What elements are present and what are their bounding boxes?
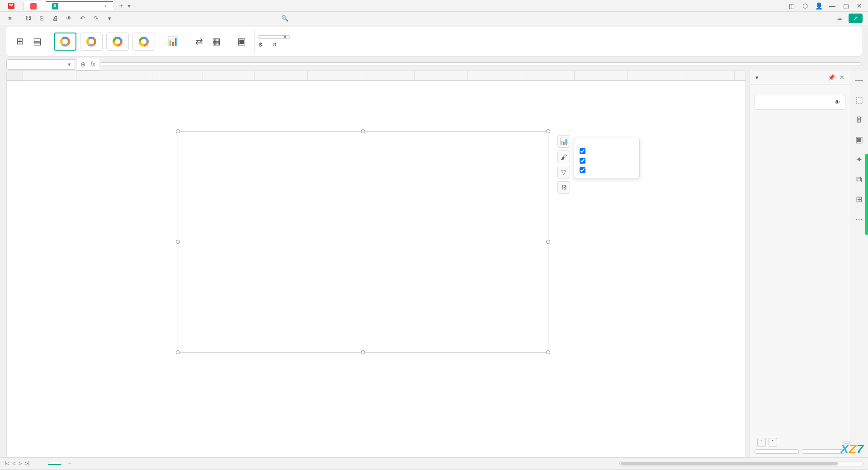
- hamburger-icon[interactable]: ≡: [5, 15, 14, 22]
- pin-icon[interactable]: 📌: [828, 74, 835, 81]
- col-header-G[interactable]: [361, 71, 415, 80]
- sheet-next-btn[interactable]: >: [19, 460, 22, 467]
- close-pane-icon[interactable]: ✕: [840, 74, 844, 81]
- sheet-prev-btn[interactable]: <: [12, 460, 16, 467]
- ring-icon: [86, 37, 96, 47]
- chart-style-btn[interactable]: 🖌: [557, 150, 570, 163]
- app-tab[interactable]: [2, 2, 24, 10]
- col-header-D[interactable]: [203, 71, 255, 80]
- name-box[interactable]: [6, 59, 75, 70]
- resize-handle[interactable]: [546, 240, 550, 244]
- sheet-tab-sheet1[interactable]: [48, 462, 61, 465]
- col-header-I[interactable]: [468, 71, 521, 80]
- rail-layers-icon[interactable]: ▣: [854, 135, 864, 145]
- select-data-button[interactable]: ▦: [208, 36, 225, 47]
- find-template-tab[interactable]: [24, 1, 46, 10]
- rail-more-icon[interactable]: ⋯: [854, 214, 864, 224]
- col-header-E[interactable]: [255, 71, 308, 80]
- close-btn[interactable]: ✕: [855, 2, 863, 9]
- move-chart-button[interactable]: ▣: [233, 36, 250, 47]
- resize-handle[interactable]: [546, 129, 550, 133]
- resize-handle[interactable]: [176, 129, 180, 133]
- cube-icon[interactable]: ⬡: [801, 2, 809, 9]
- add-sheet-btn[interactable]: ＋: [67, 460, 73, 468]
- style-thumb-4[interactable]: [132, 33, 155, 51]
- sheet-tab-sheet2[interactable]: [33, 462, 45, 465]
- change-type-button[interactable]: 📊: [163, 36, 183, 47]
- add-element-icon: ⊞: [16, 36, 24, 47]
- stack-down-btn[interactable]: ˅: [769, 438, 777, 446]
- share-button[interactable]: ↗: [849, 14, 863, 23]
- chart-settings-btn[interactable]: ⚙: [557, 181, 570, 194]
- col-header-F[interactable]: [308, 71, 361, 80]
- sheet-first-btn[interactable]: I<: [5, 460, 9, 467]
- fx-icon[interactable]: fx: [90, 61, 95, 68]
- col-header-K[interactable]: [575, 71, 628, 80]
- save-icon[interactable]: 🖫: [24, 15, 33, 22]
- resize-handle[interactable]: [361, 129, 365, 133]
- pane-subtitle: [750, 85, 850, 92]
- col-header-M[interactable]: [681, 71, 735, 80]
- col-header-L[interactable]: [628, 71, 681, 80]
- col-header-A[interactable]: [23, 71, 76, 80]
- resize-handle[interactable]: [546, 350, 550, 354]
- maximize-btn[interactable]: ▢: [842, 2, 850, 9]
- undo-icon[interactable]: ↶: [78, 15, 87, 22]
- chart-style-gallery[interactable]: [54, 33, 155, 51]
- add-tab-btn[interactable]: ＋: [117, 2, 126, 10]
- spreadsheet-grid[interactable]: 📊 🖌 ▽ ⚙: [6, 70, 746, 457]
- user-avatar[interactable]: 👤: [815, 2, 823, 9]
- resize-handle[interactable]: [361, 350, 365, 354]
- show-all-btn[interactable]: [755, 449, 799, 454]
- visibility-toggle-icon[interactable]: 👁: [835, 99, 840, 106]
- rail-link-icon[interactable]: ⧉: [854, 174, 864, 184]
- horizontal-scrollbar[interactable]: [619, 461, 863, 466]
- col-header-C[interactable]: [152, 71, 203, 80]
- minimize-btn[interactable]: —: [828, 2, 836, 9]
- add-element-button[interactable]: ⊞: [12, 36, 28, 47]
- hide-all-btn[interactable]: [802, 449, 846, 454]
- select-all-corner[interactable]: [7, 71, 23, 80]
- export-icon[interactable]: ⎘: [37, 15, 46, 22]
- stack-up-btn[interactable]: ˄: [757, 438, 766, 446]
- zoom-fx-icon[interactable]: ⊕: [80, 61, 86, 68]
- popup-opt-legend[interactable]: [574, 165, 639, 175]
- set-format-button[interactable]: ⚙: [258, 42, 265, 48]
- formula-bar[interactable]: [101, 62, 862, 66]
- resize-handle[interactable]: [176, 240, 180, 244]
- donut-chart[interactable]: [241, 167, 404, 331]
- chart-filter-btn[interactable]: ▽: [557, 166, 570, 179]
- sheet-last-btn[interactable]: >I: [24, 460, 29, 467]
- modified-indicator[interactable]: ☁: [836, 15, 844, 22]
- resize-handle[interactable]: [176, 350, 180, 354]
- print-icon[interactable]: 🖨: [51, 15, 60, 22]
- chart-object[interactable]: [178, 131, 548, 352]
- quick-layout-button[interactable]: ▤: [28, 36, 46, 47]
- rail-fx-icon[interactable]: ✦: [854, 155, 864, 164]
- redo-icon[interactable]: ↷: [91, 15, 100, 22]
- panel-icon[interactable]: ◫: [788, 2, 796, 9]
- style-thumb-1[interactable]: [54, 33, 76, 51]
- chart-area-dropdown[interactable]: [258, 35, 290, 39]
- document-tab[interactable]: •: [46, 1, 113, 10]
- qat-dropdown[interactable]: ▾: [105, 15, 114, 22]
- col-header-H[interactable]: [415, 71, 468, 80]
- rail-layout-icon[interactable]: ⊞: [854, 194, 864, 204]
- quick-layout-icon: ▤: [33, 36, 42, 47]
- style-thumb-2[interactable]: [80, 33, 103, 51]
- col-header-B[interactable]: [76, 71, 152, 80]
- rail-tune-icon[interactable]: 🎚: [854, 115, 864, 125]
- switch-rowcol-button[interactable]: ⇄: [191, 36, 208, 47]
- preview-icon[interactable]: 👁: [64, 15, 73, 22]
- popup-opt-datalabels[interactable]: [574, 156, 639, 165]
- chart-elements-btn[interactable]: 📊: [557, 135, 570, 148]
- rail-select-icon[interactable]: ⬚: [854, 95, 864, 105]
- object-list-item[interactable]: 👁: [755, 95, 845, 110]
- popup-opt-title[interactable]: [574, 146, 639, 156]
- tab-dropdown[interactable]: ▾: [127, 2, 131, 9]
- col-header-J[interactable]: [521, 71, 575, 80]
- search-icon[interactable]: 🔍: [281, 15, 288, 22]
- reset-style-button[interactable]: ↺: [272, 42, 278, 48]
- rail-collapse-icon[interactable]: —: [854, 75, 864, 85]
- style-thumb-3[interactable]: [106, 33, 129, 51]
